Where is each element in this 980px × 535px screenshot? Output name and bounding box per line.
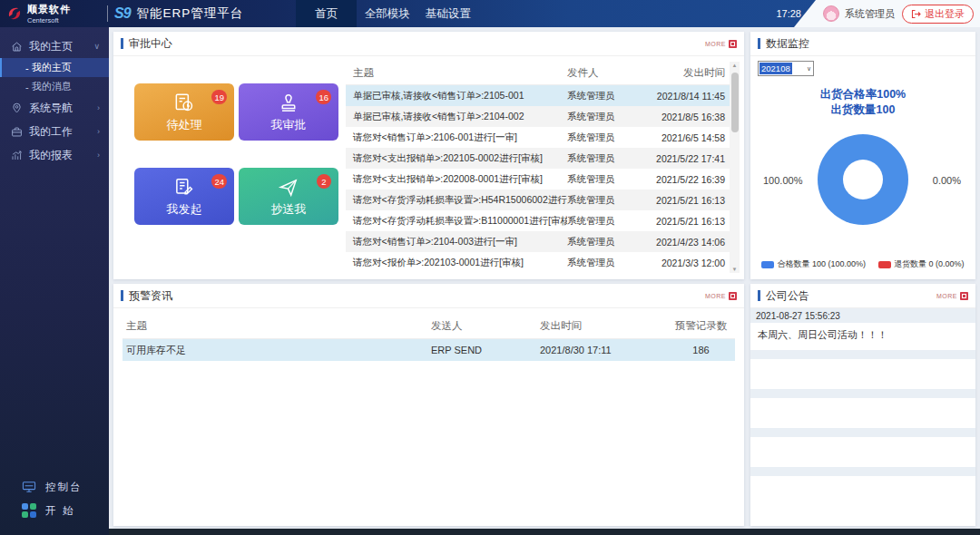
approval-table-header: 主题 发件人 发出时间: [346, 62, 730, 85]
alert-news-panel: 预警资讯 MORE 主题 发送人 发出时间 预警记录数 可用库存不足 ERP S…: [113, 284, 744, 526]
main-content: 审批中心 MORE 19 待处理: [109, 27, 980, 535]
table-row[interactable]: 请您对<支出报销单>:202105-0002进行[审核] 系统管理员 2021/…: [346, 148, 730, 169]
sidebar-item-system-nav[interactable]: 系统导航 ›: [0, 96, 109, 120]
chevron-right-icon: ›: [97, 103, 100, 112]
sidebar: 我的主页 ∨ - 我的主页 - 我的消息 系统导航 ›: [0, 27, 109, 535]
scroll-down-icon[interactable]: ▼: [730, 267, 740, 272]
announcement-timestamp: 2021-08-27 15:56:23: [750, 308, 975, 323]
top-nav: 首页 全部模块 基础设置: [296, 0, 478, 27]
sidebar-item-my-reports[interactable]: 我的报表 ›: [0, 143, 109, 167]
doc-pen-icon: [172, 176, 196, 199]
title-accent: [758, 290, 760, 301]
pending-doc-clock-icon: [172, 92, 196, 115]
sidebar-item-my-work[interactable]: 我的工作 ›: [0, 120, 109, 143]
period-value: 202108: [760, 63, 792, 74]
sidebar-item-my-home-group[interactable]: 我的主页 ∨: [0, 34, 109, 58]
title-accent: [758, 38, 760, 49]
logout-icon: [911, 9, 921, 19]
start-button[interactable]: 开 始: [0, 499, 109, 522]
avatar[interactable]: [823, 5, 839, 22]
tile-initiated-by-me[interactable]: 24 我发起: [134, 168, 234, 225]
my-approvals-count-badge: 16: [316, 90, 331, 104]
pending-count-badge: 19: [211, 90, 227, 104]
briefcase-icon: [11, 126, 23, 138]
cc-count-badge: 2: [317, 174, 331, 189]
table-row[interactable]: 单据已审核,请接收<销售订单>:2104-002 系统管理员 2021/8/5 …: [346, 106, 730, 127]
table-row[interactable]: 请您对<支出报销单>:202008-0001进行[审核] 系统管理员 2021/…: [346, 169, 730, 190]
logout-button[interactable]: 退出登录: [902, 5, 974, 24]
announcement-empty-row: [750, 350, 975, 359]
location-pin-icon: [11, 102, 23, 114]
title-accent: [121, 290, 123, 301]
more-icon: [729, 40, 737, 48]
user-area: 系统管理员 退出登录: [794, 0, 980, 27]
tab-home[interactable]: 首页: [296, 0, 357, 27]
donut-right-label: 0.00%: [933, 175, 961, 186]
tile-cc-to-me[interactable]: 2 抄送我: [239, 168, 338, 225]
panel-title: 预警资讯: [129, 288, 172, 304]
table-row[interactable]: 请您对<存货浮动耗损率设置>:B11000001进行[审核] 系统管理员 202…: [346, 210, 730, 231]
legend-swatch: [878, 261, 891, 268]
more-icon: [729, 292, 737, 300]
erp-dashboard: 顺景软件 Centersoft S9 智能ERP管理平台 首页 全部模块 基础设…: [0, 0, 980, 535]
clock: 17:28: [776, 8, 801, 19]
select-arrow-icon: ∨: [807, 65, 813, 73]
tab-basic-settings[interactable]: 基础设置: [417, 0, 478, 27]
announcements-more-button[interactable]: MORE: [936, 292, 968, 300]
alert-table: 主题 发送人 发出时间 预警记录数 可用库存不足 ERP SEND 2021/8…: [122, 314, 735, 361]
panel-title: 数据监控: [766, 36, 809, 52]
table-row[interactable]: 单据已审核,请接收<销售订单>:2105-001 系统管理员 2021/8/14…: [346, 85, 730, 106]
announcement-empty-row: [750, 359, 975, 389]
table-row[interactable]: 请您对<报价单>:202103-0001进行[审核] 系统管理员 2021/3/…: [346, 252, 730, 273]
alert-table-header: 主题 发送人 发出时间 预警记录数: [122, 314, 735, 339]
console-button[interactable]: 控制台: [0, 475, 109, 499]
bottom-status-bar: [109, 529, 980, 535]
announcement-empty-row: [750, 398, 975, 428]
scroll-up-icon[interactable]: ▲: [730, 63, 740, 68]
alert-more-button[interactable]: MORE: [705, 292, 737, 300]
tile-pending[interactable]: 19 待处理: [134, 83, 234, 141]
table-row[interactable]: 请您对<存货浮动耗损率设置>:H54R15006002进行[审核] 系统管理员 …: [346, 190, 730, 210]
tab-all-modules[interactable]: 全部模块: [357, 0, 417, 27]
centersoft-logo-icon: [5, 5, 24, 23]
panel-title: 公司公告: [766, 288, 809, 304]
approval-table: 主题 发件人 发出时间 单据已审核,请接收<销售订单>:2105-001 系统管…: [346, 62, 730, 273]
announcement-empty-row: [750, 476, 975, 524]
announcement-empty-row: [750, 428, 975, 437]
divider: [107, 5, 108, 22]
legend-item: 合格数量 100 (100.00%): [761, 258, 866, 270]
initiated-count-badge: 24: [211, 174, 227, 189]
start-grid-icon: [22, 503, 36, 518]
topbar: 顺景软件 Centersoft S9 智能ERP管理平台 首页 全部模块 基础设…: [0, 0, 980, 27]
sidebar-item-my-home[interactable]: - 我的主页: [0, 58, 109, 77]
scrollbar-thumb[interactable]: [731, 73, 739, 132]
username: 系统管理员: [845, 7, 895, 21]
panel-title: 审批中心: [129, 36, 172, 52]
data-monitor-panel: 数据监控 202108 ∨ 出货合格率100% 出货数量100 100.00% …: [750, 32, 975, 279]
brand-logo: 顺景软件 Centersoft: [0, 3, 107, 24]
tile-my-approvals[interactable]: 16 我审批: [239, 83, 338, 141]
approval-more-button[interactable]: MORE: [705, 40, 737, 48]
brand-name: 顺景软件: [27, 3, 71, 16]
approval-tiles: 19 待处理 16 我审批: [134, 83, 338, 225]
chevron-right-icon: ›: [97, 151, 100, 160]
table-scrollbar[interactable]: ▲ ▼: [730, 62, 740, 273]
paper-plane-icon: [277, 176, 300, 199]
sidebar-item-my-messages[interactable]: - 我的消息: [0, 77, 109, 96]
announcement-text[interactable]: 本周六、周日公司活动！！！: [750, 323, 975, 350]
shipment-stats: 出货合格率100% 出货数量100: [750, 87, 975, 118]
legend-swatch: [761, 261, 774, 268]
product-title: 智能ERP管理平台: [137, 5, 244, 22]
table-row[interactable]: 请您对<销售订单>:2104-003进行[一审] 系统管理员 2021/4/23…: [346, 231, 730, 252]
table-row[interactable]: 可用库存不足 ERP SEND 2021/8/30 17:11 186: [122, 339, 735, 361]
period-select[interactable]: 202108 ∨: [758, 61, 814, 76]
donut-chart: [818, 134, 908, 225]
donut-left-label: 100.00%: [763, 175, 802, 186]
monitor-icon: [22, 481, 36, 493]
announcement-empty-row: [750, 467, 975, 476]
chart-legend: 合格数量 100 (100.00%) 退货数量 0 (0.00%): [750, 258, 975, 270]
brand-subname: Centersoft: [27, 16, 71, 24]
bar-chart-icon: [11, 150, 23, 161]
table-row[interactable]: 请您对<销售订单>:2106-001进行[一审] 系统管理员 2021/6/5 …: [346, 127, 730, 148]
approval-center-panel: 审批中心 MORE 19 待处理: [113, 32, 744, 279]
